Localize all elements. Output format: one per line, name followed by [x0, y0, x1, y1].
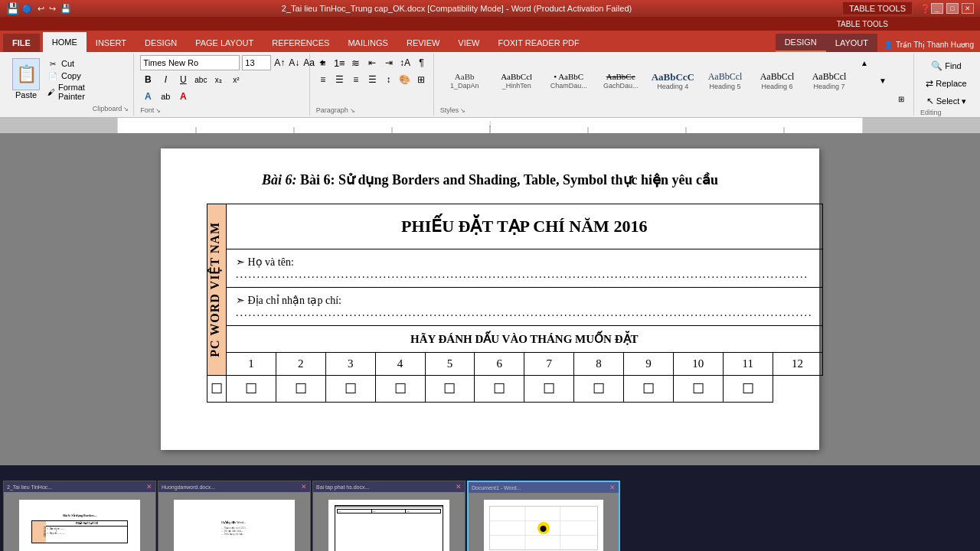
window-title: 2_Tai lieu TinHoc_Trung cap_OK.docx [Com…: [71, 4, 842, 13]
style-hinhten[interactable]: AaBbCcl _HinhTen: [492, 70, 541, 91]
sort-button[interactable]: ↕A: [398, 55, 412, 70]
style-heading4[interactable]: AaBbCcC Heading 4: [648, 70, 697, 93]
tab-mailings[interactable]: MAILINGS: [338, 34, 397, 52]
user-account[interactable]: 👤 Trần Thị Thanh Hương: [877, 37, 980, 52]
replace-button[interactable]: ⇄ Replace: [920, 76, 972, 91]
undo-icon[interactable]: ↩: [38, 4, 44, 14]
preview-window-3[interactable]: Bai tap phat hs.docx... ✕ Col1 Col2 Col3: [312, 481, 466, 551]
show-hide-button[interactable]: ¶: [414, 55, 428, 70]
preview-window-2[interactable]: Huongdanword.docx... ✕ Hướng dẫn Word...…: [158, 481, 311, 551]
preview-window-4[interactable]: Document1 - Word... ✕ ⬤: [467, 481, 620, 551]
preview-title-1: 2_Tai lieu TinHoc...: [7, 484, 52, 490]
checkbox-4: ☐: [325, 376, 375, 403]
bold-button[interactable]: B: [140, 72, 155, 87]
font-size-input[interactable]: [242, 55, 271, 70]
month-10: 10: [673, 353, 723, 376]
checkbox-12: ☐: [723, 376, 773, 403]
copy-button[interactable]: 📄 Copy: [47, 70, 90, 81]
preview-close-1[interactable]: ✕: [146, 483, 152, 491]
save-icon[interactable]: 💾: [60, 4, 71, 14]
checkbox-11: ☐: [673, 376, 723, 403]
tab-file[interactable]: FILE: [3, 34, 40, 52]
styles-expand-icon[interactable]: ↘: [460, 107, 466, 114]
text-effect-button[interactable]: A: [140, 89, 155, 104]
preview-close-2[interactable]: ✕: [301, 483, 307, 491]
window-previews: 2_Tai lieu TinHoc... ✕ Bài 6: Sử dụng Bo…: [0, 465, 980, 551]
font-name-input[interactable]: [140, 55, 240, 70]
minimize-button[interactable]: _: [931, 3, 943, 14]
maximize-button[interactable]: □: [946, 3, 959, 14]
find-icon: 🔍: [931, 60, 942, 71]
vertical-label-text: PC WORD VIỆT NAM: [207, 222, 222, 357]
superscript-button[interactable]: x²: [228, 72, 243, 87]
line-spacing-button[interactable]: ↕: [381, 72, 395, 87]
checkbox-9: ☐: [574, 376, 624, 403]
preview-content-3: Col1 Col2 Col3: [313, 492, 465, 551]
month-5: 5: [425, 353, 475, 376]
redo-icon[interactable]: ↪: [49, 4, 56, 14]
font-grow-button[interactable]: A↑: [273, 55, 286, 70]
paste-button[interactable]: 📋 Paste: [8, 57, 44, 101]
style-heading7[interactable]: AaBbCcl Heading 7: [805, 70, 854, 91]
document-page[interactable]: Bài 6: Bài 6: Sử dụng Borders and Shadin…: [161, 148, 819, 450]
preview-close-3[interactable]: ✕: [456, 483, 462, 491]
style-hinhten-label: _HinhTen: [502, 82, 531, 90]
font-color-button[interactable]: A: [175, 89, 191, 104]
cut-button[interactable]: ✂ Cut: [47, 58, 90, 69]
subscript-button[interactable]: x₂: [211, 72, 226, 87]
bullets-button[interactable]: ≡: [316, 55, 330, 70]
style-gachdau[interactable]: AaBbCc GachDau...: [596, 70, 645, 91]
tab-review[interactable]: REVIEW: [397, 34, 449, 52]
paragraph-expand-icon[interactable]: ↘: [350, 107, 355, 114]
tab-insert[interactable]: INSERT: [87, 34, 136, 52]
align-center-button[interactable]: ☰: [332, 72, 346, 87]
align-right-button[interactable]: ≡: [349, 72, 363, 87]
styles-expand[interactable]: ⊞: [893, 91, 909, 106]
help-icon[interactable]: ❓: [920, 4, 931, 14]
month-7: 7: [524, 353, 574, 376]
close-button[interactable]: ✕: [962, 3, 974, 14]
select-button[interactable]: ↖ Select ▾: [920, 93, 972, 109]
table-row-checkboxes: ☐ ☐ ☐ ☐ ☐ ☐ ☐ ☐ ☐ ☐ ☐ ☐: [207, 376, 823, 403]
italic-button[interactable]: I: [158, 72, 173, 87]
justify-button[interactable]: ☰: [365, 72, 379, 87]
styles-scroll-down[interactable]: ▼: [875, 73, 890, 89]
font-expand-icon[interactable]: ↘: [155, 107, 161, 114]
bird-icon-1: ➣: [236, 256, 245, 268]
multilevel-button[interactable]: ≋: [349, 55, 363, 70]
tab-tbl-layout[interactable]: LAYOUT: [826, 34, 877, 52]
shading-button[interactable]: 🎨: [398, 72, 412, 87]
tab-page-layout[interactable]: PAGE LAYOUT: [186, 34, 263, 52]
preview-window-1[interactable]: 2_Tai lieu TinHoc... ✕ Bài 6: Sử dụng Bo…: [3, 481, 156, 551]
tab-references[interactable]: REFERENCES: [263, 34, 338, 52]
tab-view[interactable]: VIEW: [449, 34, 488, 52]
increase-indent-button[interactable]: ⇥: [381, 55, 395, 70]
style-1-dapan[interactable]: AaBb 1_DapAn: [440, 70, 489, 91]
tab-home[interactable]: HOME: [43, 32, 87, 52]
text-highlight-button[interactable]: ab: [158, 89, 173, 104]
tab-foxit[interactable]: FOXIT READER PDF: [488, 34, 588, 52]
format-painter-button[interactable]: 🖌 Format Painter: [47, 83, 90, 101]
style-heading6[interactable]: AaBbCcl Heading 6: [753, 70, 802, 91]
underline-button[interactable]: U: [175, 72, 191, 87]
replace-label: Replace: [936, 79, 966, 88]
find-button[interactable]: 🔍 Find: [920, 58, 972, 73]
ho-ten-label: Họ và tên:: [248, 256, 294, 268]
borders-button[interactable]: ⊞: [414, 72, 428, 87]
style-chamdau[interactable]: • AaBbC ChamDau...: [544, 70, 593, 91]
styles-group-label: Styles: [440, 106, 459, 114]
clipboard-expand-icon[interactable]: ↘: [123, 106, 129, 112]
month-12: 12: [773, 353, 822, 376]
style-chamdau-label: ChamDau...: [550, 82, 587, 90]
tab-tbl-design[interactable]: DESIGN: [776, 34, 826, 52]
styles-scroll-up[interactable]: ▲: [857, 55, 872, 70]
font-shrink-button[interactable]: A↓: [288, 55, 300, 70]
decrease-indent-button[interactable]: ⇤: [365, 55, 379, 70]
strikethrough-button[interactable]: abc: [193, 72, 208, 87]
tab-design[interactable]: DESIGN: [136, 34, 186, 52]
ruler-svg: |: [0, 118, 980, 133]
style-heading5[interactable]: AaBbCcl Heading 5: [701, 70, 750, 91]
numbering-button[interactable]: 1≡: [332, 55, 346, 70]
preview-close-4[interactable]: ✕: [609, 484, 616, 491]
align-left-button[interactable]: ≡: [316, 72, 330, 87]
